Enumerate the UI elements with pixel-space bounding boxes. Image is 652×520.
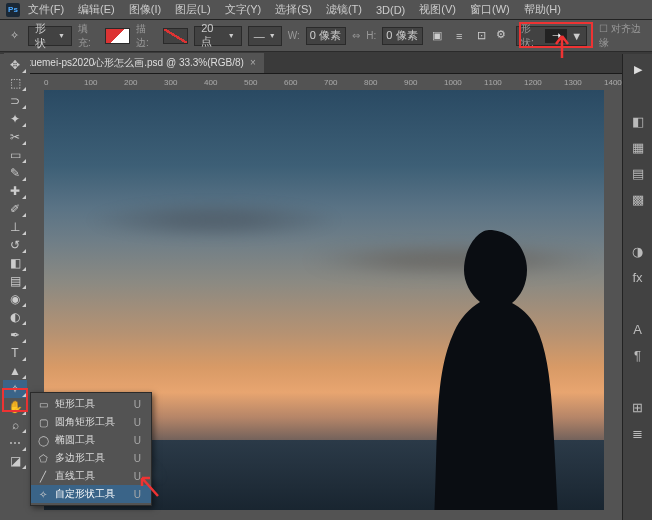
menu-help[interactable]: 帮助(H) (518, 0, 567, 19)
align-edges-checkbox[interactable]: ☐ 对齐边缘 (599, 22, 646, 50)
ellipse-icon: ◯ (37, 434, 49, 446)
document-tab[interactable]: taoxuemei-ps2020心形怎么画.psd @ 33.3%(RGB/8)… (4, 53, 264, 73)
path-select-tool[interactable]: ▲ (3, 362, 27, 380)
shape-picker[interactable]: 形状: ➝ ▼ (516, 26, 587, 46)
ruler-mark: 200 (124, 78, 164, 87)
wand-tool[interactable]: ✦ (3, 110, 27, 128)
ruler-mark: 400 (204, 78, 244, 87)
document-tab-bar: taoxuemei-ps2020心形怎么画.psd @ 33.3%(RGB/8)… (0, 52, 652, 74)
arrange-icon[interactable]: ⊡ (473, 27, 489, 45)
width-field[interactable]: 0 像素 (306, 27, 347, 45)
lasso-tool[interactable]: ⊃ (3, 92, 27, 110)
menu-3d[interactable]: 3D(D) (370, 2, 411, 18)
link-wh-icon[interactable]: ⇔ (352, 30, 360, 41)
crop-tool[interactable]: ✂ (3, 128, 27, 146)
char-icon[interactable]: A (629, 320, 647, 338)
rect-icon: ▭ (37, 398, 49, 410)
frame-tool[interactable]: ▭ (3, 146, 27, 164)
para-icon[interactable]: ¶ (629, 346, 647, 364)
menu-layer[interactable]: 图层(L) (169, 0, 216, 19)
heal-tool[interactable]: ✚ (3, 182, 27, 200)
glyph-icon[interactable]: ⊞ (629, 398, 647, 416)
flyout-shortcut: U (134, 489, 141, 500)
edit-toolbar[interactable]: ⋯ (3, 434, 27, 452)
tool-bar: ✥⬚⊃✦✂▭✎✚✐⊥↺◧▤◉◐✒T▲✧✋⌕⋯◪ (0, 54, 30, 520)
menu-bar: Ps 文件(F) 编辑(E) 图像(I) 图层(L) 文字(Y) 选择(S) 滤… (0, 0, 652, 20)
dodge-tool[interactable]: ◐ (3, 308, 27, 326)
marquee-tool[interactable]: ⬚ (3, 74, 27, 92)
menu-file[interactable]: 文件(F) (22, 0, 70, 19)
move-tool[interactable]: ✥ (3, 56, 27, 74)
gear-icon[interactable]: ⚙ (496, 28, 510, 44)
flyout-rect[interactable]: ▭矩形工具U (31, 395, 151, 413)
shape-mode-dropdown[interactable]: 形状▼ (28, 26, 72, 46)
history-brush-tool[interactable]: ↺ (3, 236, 27, 254)
align-edges-label: 对齐边缘 (599, 23, 641, 48)
ruler-mark: 100 (84, 78, 124, 87)
stroke-swatch[interactable] (163, 28, 188, 44)
shape-tool[interactable]: ✧ (3, 380, 27, 398)
image-content (394, 220, 574, 510)
pattern-icon[interactable]: ▩ (629, 190, 647, 208)
menu-edit[interactable]: 编辑(E) (72, 0, 121, 19)
height-label: H: (366, 30, 376, 41)
menu-filter[interactable]: 滤镜(T) (320, 0, 368, 19)
adjust-icon[interactable]: ◑ (629, 242, 647, 260)
menu-type[interactable]: 文字(Y) (219, 0, 268, 19)
ruler-mark: 900 (404, 78, 444, 87)
stroke-style-dropdown[interactable]: —▼ (248, 26, 282, 46)
fg-bg-colors[interactable]: ◪ (3, 452, 27, 470)
flyout-label: 多边形工具 (55, 451, 105, 465)
flyout-polygon[interactable]: ⬠多边形工具U (31, 449, 151, 467)
round-rect-icon: ▢ (37, 416, 49, 428)
hand-tool[interactable]: ✋ (3, 398, 27, 416)
ruler-mark: 600 (284, 78, 324, 87)
stroke-width-field[interactable]: 20 点▼ (194, 26, 242, 46)
flyout-label: 矩形工具 (55, 397, 95, 411)
flyout-ellipse[interactable]: ◯椭圆工具U (31, 431, 151, 449)
play-icon[interactable]: ▶ (629, 60, 647, 78)
custom-icon: ✧ (37, 488, 49, 500)
flyout-shortcut: U (134, 417, 141, 428)
image-content (84, 200, 344, 240)
options-bar: ✧ 形状▼ 填充: 描边: 20 点▼ —▼ W: 0 像素 ⇔ H: 0 像素… (0, 20, 652, 52)
tool-preset-icon[interactable]: ✧ (6, 27, 22, 45)
flyout-custom[interactable]: ✧自定形状工具U (31, 485, 151, 503)
menu-image[interactable]: 图像(I) (123, 0, 167, 19)
stamp-tool[interactable]: ⊥ (3, 218, 27, 236)
eraser-tool[interactable]: ◧ (3, 254, 27, 272)
align-icon[interactable]: ≡ (451, 27, 467, 45)
pen-tool[interactable]: ✒ (3, 326, 27, 344)
flyout-label: 圆角矩形工具 (55, 415, 115, 429)
fill-swatch[interactable] (105, 28, 130, 44)
flyout-line[interactable]: ╱直线工具U (31, 467, 151, 485)
layers-icon[interactable]: ≣ (629, 424, 647, 442)
path-ops-icon[interactable]: ▣ (429, 27, 445, 45)
ruler-mark: 800 (364, 78, 404, 87)
fill-label: 填充: (78, 22, 99, 50)
close-tab-icon[interactable]: × (250, 57, 256, 68)
ruler-mark: 1300 (564, 78, 604, 87)
swatches-icon[interactable]: ▦ (629, 138, 647, 156)
flyout-round-rect[interactable]: ▢圆角矩形工具U (31, 413, 151, 431)
ruler-mark: 1200 (524, 78, 564, 87)
blur-tool[interactable]: ◉ (3, 290, 27, 308)
ruler-mark: 300 (164, 78, 204, 87)
styles-icon[interactable]: fx (629, 268, 647, 286)
chevron-down-icon: ▼ (269, 32, 276, 39)
menu-view[interactable]: 视图(V) (413, 0, 462, 19)
ruler-mark: 1000 (444, 78, 484, 87)
type-tool[interactable]: T (3, 344, 27, 362)
eyedropper-tool[interactable]: ✎ (3, 164, 27, 182)
ruler-mark: 1400 (604, 78, 622, 87)
menu-select[interactable]: 选择(S) (269, 0, 318, 19)
brush-tool[interactable]: ✐ (3, 200, 27, 218)
gradient-panel-icon[interactable]: ▤ (629, 164, 647, 182)
color-icon[interactable]: ◧ (629, 112, 647, 130)
gradient-tool[interactable]: ▤ (3, 272, 27, 290)
menu-window[interactable]: 窗口(W) (464, 0, 516, 19)
chevron-down-icon: ▼ (58, 32, 65, 39)
height-field[interactable]: 0 像素 (382, 27, 423, 45)
zoom-tool[interactable]: ⌕ (3, 416, 27, 434)
ruler-horizontal: 0100200300400500600700800900100011001200… (44, 74, 622, 90)
